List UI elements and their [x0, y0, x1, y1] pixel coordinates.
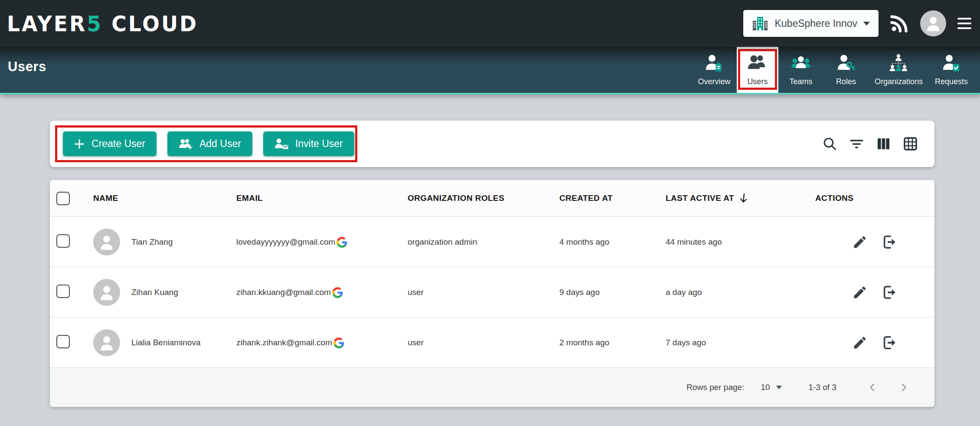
invite-user-button[interactable]: Invite User [263, 131, 354, 156]
remove-user-button[interactable] [882, 335, 897, 351]
tab-teams-label: Teams [789, 77, 812, 86]
column-header-last-active[interactable]: LAST ACTIVE AT [659, 193, 809, 204]
user-last-active-at: 7 days ago [659, 338, 809, 347]
tab-roles-label: Roles [836, 77, 856, 86]
page-title: Users [8, 59, 46, 75]
logout-icon [882, 285, 897, 300]
building-icon [752, 15, 768, 32]
user-name: Tian Zhang [131, 237, 173, 247]
user-org-roles: user [401, 338, 553, 347]
search-button[interactable] [822, 136, 837, 151]
buttons-annotation-box: Create User Add User [55, 125, 357, 162]
user-email-cell: zihank.zihank@gmail.com [230, 337, 401, 348]
avatar [93, 329, 120, 356]
edit-user-button[interactable] [852, 234, 868, 250]
user-email: lovedayyyyyyy@gmail.com [236, 237, 335, 247]
user-email-cell: lovedayyyyyyy@gmail.com [230, 236, 401, 248]
overview-icon [704, 53, 724, 73]
user-org-roles: user [401, 288, 553, 297]
main-content: Create User Add User [0, 95, 980, 426]
tab-organizations[interactable]: Organizations [869, 47, 929, 93]
teams-icon [791, 53, 811, 73]
google-icon [336, 237, 347, 248]
user-created-at: 9 days ago [553, 288, 659, 297]
filter-button[interactable] [849, 136, 864, 151]
grid-view-button[interactable] [903, 136, 918, 151]
user-menu-button[interactable] [920, 10, 946, 36]
users-icon [748, 53, 768, 73]
row-checkbox[interactable] [56, 285, 70, 298]
edit-user-button[interactable] [852, 335, 868, 351]
nav-tabs: Overview Users Teams [692, 47, 974, 93]
row-actions [809, 234, 934, 250]
last-active-label: LAST ACTIVE AT [666, 193, 734, 203]
rows-per-page-select[interactable]: 10 [761, 383, 781, 392]
column-header-roles[interactable]: ORGANIZATION ROLES [401, 193, 553, 203]
tab-requests[interactable]: Requests [929, 47, 974, 93]
person-icon [98, 334, 116, 352]
feed-button[interactable] [890, 14, 909, 33]
google-icon [332, 287, 343, 298]
avatar [93, 229, 120, 256]
user-name: Lialia Beniaminova [131, 338, 201, 347]
tab-overview[interactable]: Overview [692, 47, 737, 93]
toolbar-card: Create User Add User [50, 121, 934, 167]
row-checkbox[interactable] [56, 335, 70, 348]
columns-icon [876, 136, 891, 151]
row-checkbox[interactable] [56, 234, 70, 248]
column-header-name[interactable]: NAME [87, 193, 230, 203]
column-header-actions: ACTIONS [809, 193, 934, 203]
user-org-roles: organization admin [401, 237, 553, 247]
chevron-down-icon [776, 386, 782, 389]
remove-user-button[interactable] [882, 234, 897, 250]
person-icon [98, 233, 116, 251]
main-menu-button[interactable] [957, 18, 971, 29]
pagination-range: 1-3 of 3 [809, 383, 836, 392]
create-user-button[interactable]: Create User [63, 131, 157, 156]
organizations-icon [889, 53, 908, 73]
person-icon [924, 15, 942, 32]
add-user-button[interactable]: Add User [167, 131, 252, 156]
logout-icon [882, 335, 897, 351]
person-add-icon [179, 138, 193, 150]
previous-page-button[interactable] [867, 382, 878, 393]
chevron-right-icon [898, 382, 909, 393]
tab-teams[interactable]: Teams [778, 47, 823, 93]
user-name-cell: Zihan Kuang [87, 279, 230, 306]
create-user-label: Create User [91, 138, 145, 150]
rss-icon [890, 14, 909, 33]
org-switcher-dropdown[interactable]: KubeSphere Innov [743, 10, 879, 37]
edit-pencil-icon [852, 234, 868, 250]
column-header-created[interactable]: CREATED AT [553, 193, 659, 203]
table-row: Tian Zhang lovedayyyyyyy@gmail.com organ… [50, 216, 934, 267]
user-name-cell: Tian Zhang [87, 229, 230, 256]
app-header: LAYER5 CLOUD KubeSphere Innov [0, 0, 980, 47]
next-page-button[interactable] [898, 382, 909, 393]
table-header-row: NAME EMAIL ORGANIZATION ROLES CREATED AT… [50, 180, 934, 216]
user-last-active-at: 44 minutes ago [659, 237, 809, 247]
select-all-checkbox[interactable] [56, 192, 70, 205]
user-last-active-at: a day ago [659, 288, 809, 297]
layer5-cloud-logo: LAYER5 CLOUD [7, 11, 198, 36]
grid-icon [903, 136, 918, 151]
filter-icon [849, 136, 864, 151]
rows-per-page-value: 10 [761, 383, 770, 392]
tab-overview-label: Overview [698, 77, 730, 86]
chevron-down-icon [863, 22, 870, 26]
columns-view-button[interactable] [876, 136, 891, 151]
hamburger-icon [957, 18, 971, 29]
toolbar-icons [822, 121, 918, 167]
edit-pencil-icon [852, 285, 868, 300]
table-row: Zihan Kuang zihan.kkuang@gmail.com user … [50, 267, 934, 317]
user-email: zihan.kkuang@gmail.com [236, 288, 331, 297]
requests-icon [941, 53, 961, 73]
avatar [920, 10, 946, 36]
header-right-group: KubeSphere Innov [743, 10, 971, 37]
remove-user-button[interactable] [882, 285, 897, 300]
tab-users[interactable]: Users [737, 47, 778, 93]
edit-user-button[interactable] [852, 285, 868, 300]
users-table: NAME EMAIL ORGANIZATION ROLES CREATED AT… [50, 180, 934, 407]
tab-roles[interactable]: Roles [823, 47, 869, 93]
chevron-left-icon [867, 382, 878, 393]
column-header-email[interactable]: EMAIL [230, 193, 401, 203]
